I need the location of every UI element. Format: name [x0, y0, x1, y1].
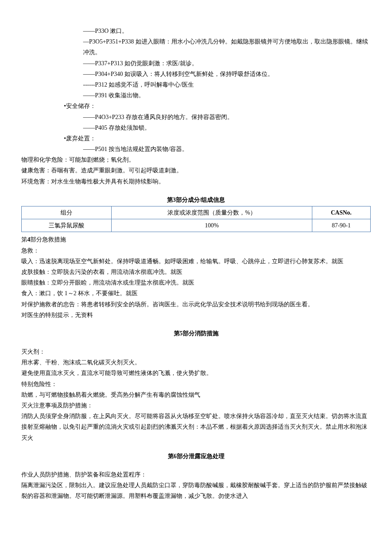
section3-title-suffix: 部分成分/组成信息 — [176, 197, 225, 203]
cell-cas: 87-90-1 — [312, 219, 370, 232]
section6-line1: 作业人员防护措施、防护装备和应急处置程序： — [21, 469, 371, 480]
hazard-physical: 物理和化学危险：可能加剧燃烧；氧化剂。 — [21, 154, 371, 165]
section5-line5: 助燃，与可燃物接触易着火燃烧。受高热分解产生有毒的腐蚀性烟气 — [21, 389, 371, 400]
section4-line5: 食入：漱口，饮 1～2 杯水，不要催吐。就医 — [21, 288, 371, 299]
header-concentration: 浓度或浓度范围（质量分数，%） — [112, 206, 312, 219]
section3-title-prefix: 第 — [167, 197, 173, 203]
precaution-p33o: ——P33O 漱口。 — [21, 26, 371, 36]
disposal-title: •废弃处置： — [21, 133, 371, 144]
section5-title-num: 5 — [180, 330, 183, 337]
section3-title: 第3部分成分/组成信息 — [21, 195, 371, 205]
section4-title-suffix: 部分急救措施 — [30, 236, 66, 243]
precaution-p312: ------P312 如感觉不适，呼叫解毒中心/医生 — [21, 79, 371, 90]
section5-line3: 避免使用直流水灭火，直流水可能导致可燃性液体的飞溅，使火势扩散。 — [21, 368, 371, 378]
section4-line3: 皮肤接触：立即脱去污染的衣着，用流动清水彻底冲洗。就医 — [21, 267, 371, 277]
section6-line2: 隔离泄漏污染区，限制出入。建议应急处理人员戴防尘口罩，穿防毒防酸碱服，戴橡胶耐酸… — [21, 480, 371, 501]
section4-line4: 眼睛接触：立即分开眼睑，用流动清水或生理盐水彻底冲洗。就医 — [21, 277, 371, 288]
section5-line6: 灭火注意事项及防护措施： — [21, 400, 371, 411]
section4-line7: 对医生的特别提示，无资料 — [21, 310, 371, 320]
hazard-env: 环境危害：对水生生物毒性极大并具有长期持续影响。 — [21, 176, 371, 187]
storage-title: •安全储存： — [21, 101, 371, 111]
section4-line2: 吸入：迅速脱离现场至空气新鲜处。保持呼吸道通畅。如呼吸困难，给输氧。呼吸、心跳停… — [21, 256, 371, 267]
precaution-p305: —P3O5+P351+P338 如进入眼睛：用水小心冲洗几分钟。如戴隐形眼镜并可… — [21, 36, 371, 58]
section4-line6: 对保护施救者的忠告：将患者转移到安全的场所。咨询医生。出示此化学品安全技术说明书… — [21, 299, 371, 310]
section5-title-prefix: 第 — [174, 330, 180, 337]
section5-line2: 用水雾、干粉、泡沫或二氧化碳灭火剂灭火。 — [21, 357, 371, 368]
storage-p403: ——P4O3+P233 存放在通风良好的地方。保持容器密闭。 — [21, 112, 371, 122]
section6-title-prefix: 第 — [168, 453, 174, 459]
section6-title-suffix: 部分泄露应急处理 — [177, 453, 225, 459]
header-cas: CASNo. — [312, 206, 370, 219]
header-component: 组分 — [22, 206, 112, 219]
disposal-p501: ——P501 按当地法规处置内装物/容器。 — [21, 144, 371, 154]
cell-concentration: 100% — [112, 219, 312, 232]
section6-title-num: 6 — [174, 453, 177, 459]
section6-title: 第6部分泄露应急处理 — [21, 451, 371, 462]
hazard-health: 健康危害：吞咽有害。造成严重眼刺激。可引起呼吸道刺激。 — [21, 165, 371, 176]
section5-title: 第5部分消防措施 — [21, 328, 371, 339]
table-row: 三氯异鼠尿酸 100% 87-90-1 — [22, 219, 371, 232]
composition-table: 组分 浓度或浓度范围（质量分数，%） CASNo. 三氯异鼠尿酸 100% 87… — [21, 206, 371, 232]
section5-line1: 灭火剂： — [21, 346, 371, 357]
section5-line4: 特别危险性： — [21, 379, 371, 389]
precaution-p391: ——P391 收集溢出物。 — [21, 90, 371, 101]
storage-p405: ——P405 存放处须加锁。 — [21, 122, 371, 133]
section3-title-num: 3 — [173, 197, 176, 203]
section5-title-suffix: 部分消防措施 — [183, 330, 219, 337]
section4-title-prefix: 第 — [21, 236, 27, 243]
section4-line1: 急救： — [21, 245, 371, 256]
precaution-p304: ——P304+P340 如误吸入：将人转移到空气新鲜处，保持呼吸舒适体位。 — [21, 69, 371, 79]
section4-title: 第4部分急救措施 — [21, 234, 371, 245]
section5-line7: 消防人员须穿全身消防服，在上风向灭火。尽可能将容器从火场移至空旷处。喷水保持火场… — [21, 411, 371, 443]
section4-title-num: 4 — [27, 236, 30, 243]
cell-component: 三氯异鼠尿酸 — [22, 219, 112, 232]
precaution-p337: ——P337+P313 如仍觉眼刺激：求医/就诊。 — [21, 58, 371, 69]
table-header-row: 组分 浓度或浓度范围（质量分数，%） CASNo. — [22, 206, 371, 219]
